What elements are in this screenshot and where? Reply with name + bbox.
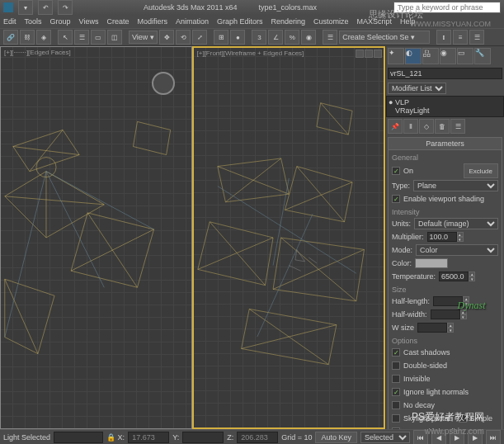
w-size-spinner[interactable]: ▴▾ [417,323,454,333]
cb-invisible[interactable] [392,375,400,383]
scale-btn[interactable]: ⤢ [192,30,207,45]
configure-btn[interactable]: ☰ [450,119,465,134]
menu-views[interactable]: Views [79,17,99,26]
modifier-stack[interactable]: ● VLP VRayLight [386,96,504,117]
viewport-left[interactable]: [+][·······][Edged Faces] [0,46,192,429]
menu-grapheditors[interactable]: Graph Editors [217,17,263,26]
remove-btn[interactable]: 🗑 [435,119,450,134]
group-general: General [392,154,498,162]
file-name: type1_colors.max [259,3,318,12]
bind-btn[interactable]: ◈ [36,30,51,45]
menu-rendering[interactable]: Rendering [271,17,306,26]
pin-stack-btn[interactable]: 📌 [388,119,403,134]
exclude-btn[interactable]: Exclude [464,163,498,178]
key-mode-dropdown[interactable]: Selected [360,432,410,443]
mirror-btn[interactable]: ⫿ [436,30,451,45]
cb-store-irradiance[interactable] [392,427,400,429]
viewport-right[interactable]: [+][Front][Wireframe + Edged Faces] [192,46,386,429]
window-crossing-btn[interactable]: ◫ [107,30,122,45]
coord-x[interactable] [128,432,169,443]
checkbox-viewport[interactable]: ✓ [392,195,400,203]
unique-btn[interactable]: ◇ [419,119,434,134]
checkbox-on[interactable]: ✓ [392,167,400,175]
coord-y[interactable] [182,432,224,443]
modifier-vlp[interactable]: ● VLP [389,98,502,106]
menu-modifiers[interactable]: Modifiers [137,17,167,26]
timeline[interactable] [54,432,103,443]
grid-label: Grid = 10 [281,433,312,442]
vp-tool-3[interactable] [374,50,382,58]
object-name-field[interactable] [388,68,502,79]
spinner-snap-btn[interactable]: ◉ [301,30,316,45]
percent-snap-btn[interactable]: % [285,30,299,45]
app-menu-btn[interactable]: ▾ [18,0,33,15]
show-end-btn[interactable]: Ⅱ [403,119,418,134]
align-btn[interactable]: ≡ [453,30,468,45]
layers-btn[interactable]: ☰ [469,30,484,45]
app-icon [3,2,13,12]
mode-dropdown[interactable]: Color [416,244,498,256]
multiplier-spinner[interactable]: ▴▾ [427,232,464,242]
modifier-list-dropdown[interactable]: Modifier List [388,83,446,94]
rollout-header-parameters[interactable]: Parameters [389,138,502,150]
select-name-btn[interactable]: ☰ [74,30,89,45]
command-panel-tabs: ✦ ◐ 品 ◉ ▭ 🔧 [386,46,504,66]
app-title: Autodesk 3ds Max 2011 x64 [144,3,238,12]
tab-motion[interactable]: ◉ [440,48,456,64]
group-size: Size [392,286,498,294]
cb-double-sided[interactable] [392,361,400,370]
tab-create[interactable]: ✦ [388,48,404,64]
watermark-2: WWW.MISSYUAN.COM [410,20,491,28]
titlebar: ▾ ↶ ↷ Autodesk 3ds Max 2011 x64 type1_co… [0,0,504,15]
undo-btn[interactable]: ↶ [38,0,53,15]
autokey-btn[interactable]: Auto Key [315,432,357,443]
viewcube-left[interactable] [152,72,175,95]
tab-display[interactable]: ▭ [457,48,473,64]
move-btn[interactable]: ✥ [159,30,174,45]
color-swatch[interactable] [415,258,448,268]
cb-cast-shadows[interactable]: ✓ [392,348,400,357]
refcoord-btn[interactable]: ⊞ [214,30,228,45]
cb-no-decay[interactable] [392,401,400,409]
viewport-toolbar [356,50,382,58]
unlink-btn[interactable]: ⛓ [20,30,35,45]
type-dropdown[interactable]: Plane [413,180,498,191]
view-dropdown[interactable]: View▾ [129,31,158,44]
temperature-spinner[interactable]: ▴▾ [439,272,475,281]
menu-group[interactable]: Group [50,17,71,26]
viewport-label-left[interactable]: [+][·······][Edged Faces] [4,49,71,56]
vp-tool-1[interactable] [356,50,364,58]
units-dropdown[interactable]: Default (image) [414,218,498,229]
menu-customize[interactable]: Customize [313,17,349,26]
select-btn[interactable]: ↖ [58,30,73,45]
angle-snap-btn[interactable]: ∠ [268,30,283,45]
select-region-btn[interactable]: ▭ [91,30,106,45]
cb-ignore-light[interactable]: ✓ [392,388,400,396]
menu-create[interactable]: Create [106,17,129,26]
vp-tool-2[interactable] [365,50,373,58]
cb-skylight[interactable] [392,414,400,423]
tab-hierarchy[interactable]: 品 [422,48,439,64]
manage-sets-btn[interactable]: ☰ [323,30,337,45]
tab-utilities[interactable]: 🔧 [474,48,491,64]
modifier-vraylight[interactable]: VRayLight [395,106,502,115]
selection-set-dropdown[interactable]: Create Selection Se▾ [339,31,430,44]
link-btn[interactable]: 🔗 [3,30,18,45]
menu-edit[interactable]: Edit [3,17,16,26]
watermark-4: www.psahz.com [425,427,484,436]
viewports: [+][·······][Edged Faces] [+][Front][Wir… [0,46,385,429]
center-btn[interactable]: ● [230,30,245,45]
rotate-btn[interactable]: ⟲ [176,30,191,45]
viewport-label-right[interactable]: [+][Front][Wireframe + Edged Faces] [197,50,304,57]
coord-z[interactable] [237,432,278,443]
snap-btn[interactable]: 3 [252,30,266,45]
menu-animation[interactable]: Animation [176,17,209,26]
command-panel: ✦ ◐ 品 ◉ ▭ 🔧 Modifier List ● VLP VRayLigh… [385,46,504,429]
main-toolbar: 🔗 ⛓ ◈ ↖ ☰ ▭ ◫ View▾ ✥ ⟲ ⤢ ⊞ ● 3 ∠ % ◉ ☰ … [0,28,504,46]
watermark-1: 思缘设计论坛 [369,8,423,21]
redo-btn[interactable]: ↷ [58,0,73,15]
play-end-btn[interactable]: ⏭ [486,430,501,444]
menu-tools[interactable]: Tools [25,17,42,26]
tab-modify[interactable]: ◐ [405,48,422,64]
watermark-3: PS爱好者教程网 [412,410,484,424]
